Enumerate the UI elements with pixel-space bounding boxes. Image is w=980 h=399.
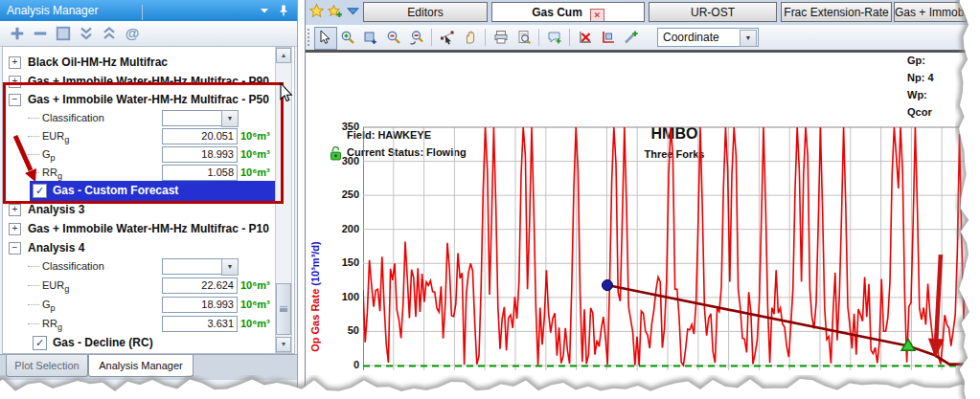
chevron-down-icon[interactable]: ▼ [740,30,757,47]
parameter-value-input[interactable]: 18.993 [162,297,238,313]
toolbar-drag-handle[interactable] [308,29,312,46]
collapse-icon[interactable]: − [9,94,21,106]
tab-plot-selection[interactable]: Plot Selection [6,355,88,377]
trace-pointer-icon[interactable] [437,27,460,50]
select-pointer-icon[interactable] [314,27,337,50]
forecast-row[interactable]: ✓Gas - Decline (RC) [3,334,283,352]
parameter-value-input[interactable]: 3.631 [162,316,238,332]
parameter-label: RRg [42,166,62,181]
tab-label: Gas + Immobile Wate... [895,6,967,19]
parameter-value-input[interactable]: 18.993 [162,146,238,163]
forecast-checkbox[interactable]: ✓ [33,336,47,350]
parameter-label: EURg [42,130,69,144]
forecast-row[interactable]: ✓Gas - Custom Forecast [3,182,283,200]
zoom-in-icon[interactable] [337,27,360,50]
stat-np: Np: 4 [907,72,934,83]
y-tick-label: 250 [323,188,359,200]
parameter-row[interactable]: RRg3.63110⁶m³ [3,315,283,333]
collapse-all-icon[interactable] [77,24,96,43]
tree-node[interactable]: +Gas + Immobile Water-HM-Hz Multifrac - … [3,220,283,238]
print-icon[interactable] [490,27,513,50]
chart-toolbar: Coordinate ▼ [306,25,980,53]
annotation-at-icon[interactable]: @ [123,24,142,43]
add-analysis-icon[interactable] [8,24,27,43]
parameter-row[interactable]: Gp18.99310⁶m³ [3,145,283,164]
classification-dropdown[interactable]: ▼ [162,110,222,126]
tab-frac-extension-rate[interactable]: Frac Extension-Rate [781,2,892,22]
tab-label: UR-OST [691,6,735,19]
parameter-value-input[interactable]: 20.051 [162,128,238,144]
zoom-window-icon[interactable] [360,27,383,50]
chevron-down-icon[interactable]: ▼ [221,258,239,276]
delete-axis-icon[interactable] [575,27,598,50]
forecast-checkbox[interactable]: ✓ [33,184,47,198]
star-add-icon[interactable] [327,3,343,19]
coordinate-dropdown[interactable]: Coordinate ▼ [657,28,759,47]
parameter-row[interactable]: EURg20.05110⁶m³ [3,127,283,145]
tab-black-o[interactable]: Black O [969,2,980,22]
tree-node[interactable]: +Black Oil-HM-Hz Multifrac [3,54,283,72]
scrollbar-thumb[interactable] [276,283,291,335]
tree-connector [28,285,39,286]
scroll-down-icon[interactable]: ▼ [276,337,291,352]
units-label: 10⁶m³ [240,299,270,310]
y-tick-label: 300 [323,155,359,166]
close-tab-icon[interactable]: ✕ [590,9,604,22]
remove-analysis-icon[interactable] [31,24,50,43]
parameter-value-input[interactable]: 22.624 [162,277,238,294]
zoom-reset-icon[interactable] [406,27,429,50]
expand-icon[interactable]: + [9,223,21,235]
node-label: Black Oil-HM-Hz Multifrac [28,55,168,69]
axis-properties-icon[interactable] [598,27,621,50]
chart-red-arrow-annotation [927,255,949,359]
scroll-up-icon[interactable]: ▲ [276,48,291,63]
tab-ur-ost[interactable]: UR-OST [649,2,777,22]
tree-node[interactable]: +Analysis 3 [3,201,283,219]
tree-scrollbar[interactable]: ▲ ▼ [275,47,292,353]
chevron-down-icon[interactable]: ▼ [221,110,239,127]
parameter-value-input[interactable]: 1.058 [162,165,238,181]
expand-icon[interactable]: + [9,76,21,88]
tab-editors[interactable]: Editors [363,2,488,22]
box-select-icon[interactable] [54,24,73,43]
analysis-toolbar: @ [0,21,297,47]
rate-vs-time-plot[interactable] [363,126,976,373]
tree-node[interactable]: −Analysis 4 [3,239,283,257]
tree-connector [28,266,39,267]
expand-all-icon[interactable] [100,24,119,43]
application-window: Analysis Manager @ +Black Oil-HM-Hz Mult… [0,0,980,399]
svg-text:@: @ [125,25,140,41]
add-comment-icon[interactable] [544,27,567,50]
node-label: Analysis 4 [28,241,84,255]
pin-icon[interactable] [276,3,291,18]
print-preview-icon[interactable] [513,27,536,50]
parameter-row[interactable]: EURg22.62410⁶m³ [3,277,283,295]
node-label: Gas + Immobile Water-HM-Hz Multifrac - P… [28,75,269,88]
zoom-out-icon[interactable] [383,27,406,50]
toolbar-separator [142,5,143,20]
y-tick-label: 200 [323,223,359,234]
toolbar-separator [538,29,539,46]
star-icon[interactable] [308,3,325,19]
add-line-icon[interactable] [621,27,644,50]
parameter-label: Gp [42,299,56,313]
tab-gas-immobile-wate[interactable]: Gas + Immobile Wate... [894,2,967,22]
classification-row[interactable]: Classification▼ [3,257,283,276]
collapse-icon[interactable]: − [9,242,21,255]
tree-node[interactable]: +Gas + Immobile Water-HM-Hz Multifrac - … [3,73,283,91]
dropdown-arrow-icon[interactable] [257,3,272,18]
tab-analysis-manager[interactable]: Analysis Manager [88,355,194,377]
classification-dropdown[interactable]: ▼ [162,258,222,275]
parameter-row[interactable]: RRg1.05810⁶m³ [3,164,283,182]
panel-bottom-tabs: Plot Selection Analysis Manager [0,354,297,380]
pan-hand-icon[interactable] [460,27,483,50]
expand-icon[interactable]: + [9,204,21,216]
tab-gas-cum[interactable]: Gas Cum✕ [491,2,645,22]
tab-list-dropdown-icon[interactable] [345,3,361,19]
tree-node[interactable]: −Gas + Immobile Water-HM-Hz Multifrac - … [3,91,283,109]
toolbar-separator [485,29,486,46]
units-label: 10⁶m³ [240,279,270,291]
parameter-row[interactable]: Gp18.99310⁶m³ [3,296,283,314]
classification-row[interactable]: Classification▼ [3,109,283,127]
expand-icon[interactable]: + [9,56,21,69]
